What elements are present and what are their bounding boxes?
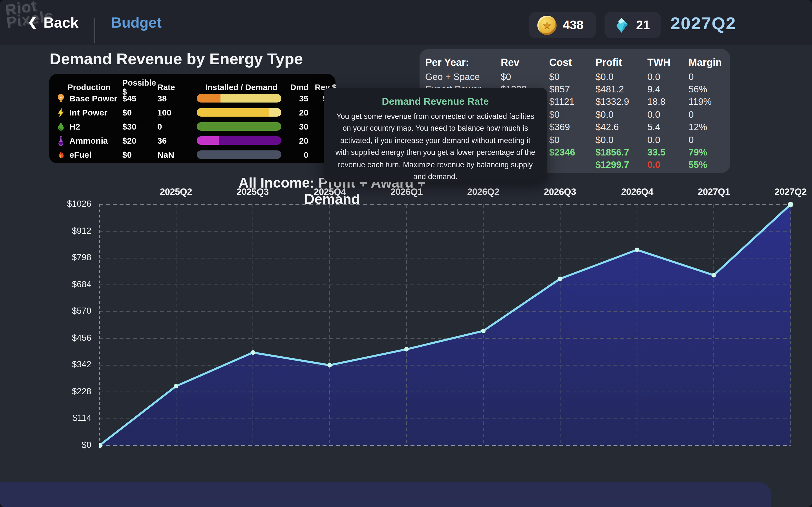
energy-name: Base Power (69, 94, 117, 103)
back-chevron-icon[interactable]: ❮ (28, 15, 38, 29)
data-point[interactable] (712, 273, 716, 277)
possible-value: $0 (122, 150, 157, 159)
area-fill (99, 205, 791, 446)
installed-demand-bar (197, 122, 282, 131)
y-tick-label: $798 (54, 252, 91, 263)
dmd-value: 0 (286, 150, 308, 159)
bottom-panel-edge (0, 482, 771, 507)
demand-row-int-power[interactable]: Int Power $0 100 20 $0 (56, 105, 329, 119)
possible-value: $30 (122, 122, 157, 131)
coin-icon: ★ (538, 15, 557, 35)
rate-value: 0 (157, 122, 197, 131)
possible-value: $0 (122, 108, 157, 117)
rate-value: NaN (157, 150, 197, 159)
x-tick-label: 2027Q1 (689, 186, 739, 197)
data-point[interactable] (788, 202, 794, 207)
dmd-value: 30 (286, 122, 308, 131)
possible-value: $20 (122, 136, 157, 145)
y-tick-label: $0 (54, 440, 91, 450)
dmd-value: 20 (286, 108, 308, 117)
coin-counter[interactable]: ★ 438 (529, 12, 596, 38)
y-tick-label: $1026 (54, 199, 91, 209)
income-area-chart[interactable] (99, 201, 794, 448)
demand-row-h2[interactable]: H2 $30 0 30 $0 (56, 119, 329, 133)
y-tick-label: $684 (54, 279, 91, 290)
installed-demand-bar (197, 108, 282, 117)
bulb-icon (56, 93, 66, 103)
game-screen: RiotPixels ❮ Back Budget ★ 438 21 2027Q2… (0, 0, 812, 507)
gem-counter[interactable]: 21 (605, 12, 661, 38)
gem-icon (613, 17, 630, 34)
data-point[interactable] (404, 347, 409, 351)
installed-demand-bar (197, 151, 282, 159)
demand-table-header: Production Possible $ Rate Installed / D… (56, 78, 329, 91)
droplet-icon (56, 121, 66, 131)
nav-divider (94, 18, 95, 43)
demand-revenue-panel: Production Possible $ Rate Installed / D… (49, 74, 336, 163)
gem-count: 21 (636, 18, 650, 33)
y-tick-label: $114 (54, 413, 91, 423)
y-tick-label: $456 (54, 333, 91, 343)
demand-table-title: Demand Revenue by Energy Type (50, 50, 303, 68)
current-quarter: 2027Q2 (670, 13, 736, 34)
data-point[interactable] (327, 363, 332, 368)
dmd-value: 20 (286, 136, 308, 145)
demand-row-base-power[interactable]: Base Power $45 38 35 $17 (56, 91, 329, 105)
dmd-value: 35 (286, 94, 308, 103)
per-year-header: Per Year:RevCostProfitTWHMargin (425, 55, 730, 70)
data-point[interactable] (558, 277, 562, 281)
tab-budget[interactable]: Budget (111, 14, 161, 32)
tooltip-demand-revenue-rate: Demand Revenue Rate You get some revenue… (324, 88, 547, 182)
top-bar: RiotPixels ❮ Back Budget ★ 438 21 2027Q2 (0, 0, 812, 45)
installed-demand-bar (197, 94, 282, 103)
y-tick-label: $228 (54, 386, 91, 397)
back-button[interactable]: Back (43, 14, 79, 32)
installed-demand-bar (197, 136, 282, 145)
energy-name: Ammonia (69, 136, 108, 145)
flask-icon (56, 135, 66, 146)
rate-value: 100 (157, 108, 197, 117)
x-tick-label: 2026Q4 (612, 186, 663, 197)
tooltip-title: Demand Revenue Rate (324, 96, 547, 108)
x-tick-label: 2026Q3 (535, 186, 585, 197)
x-tick-label: 2025Q2 (151, 186, 201, 197)
energy-name: Int Power (69, 108, 107, 117)
lightning-icon (56, 107, 66, 117)
per-year-row-0: Geo + Space$0$0$0.00.00 (425, 70, 730, 83)
possible-value: $45 (122, 94, 157, 103)
tooltip-body: You get some revenue from connected or a… (324, 110, 547, 183)
data-point[interactable] (481, 329, 486, 333)
y-tick-label: $912 (54, 226, 91, 236)
data-point[interactable] (251, 350, 255, 355)
energy-name: H2 (69, 122, 80, 131)
y-tick-label: $570 (54, 306, 91, 316)
flame-icon (56, 150, 66, 160)
coin-count: 438 (563, 18, 583, 33)
rate-value: 36 (157, 136, 197, 145)
x-tick-label: 2027Q2 (765, 186, 812, 197)
data-point[interactable] (635, 247, 639, 252)
y-tick-label: $342 (54, 359, 91, 370)
energy-name: eFuel (69, 150, 91, 159)
demand-row-ammonia[interactable]: Ammonia $20 36 20 $7 (56, 133, 329, 148)
rate-value: 38 (157, 94, 197, 103)
data-point[interactable] (174, 384, 178, 388)
demand-row-efuel[interactable]: eFuel $0 NaN 0 $0 (56, 148, 329, 162)
x-tick-label: 2026Q2 (458, 186, 509, 197)
